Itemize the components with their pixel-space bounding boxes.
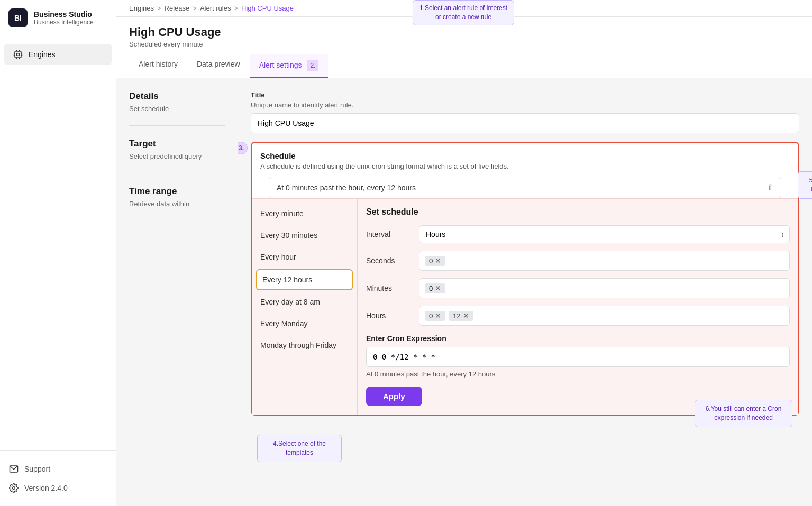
schedule-summary[interactable]: At 0 minutes past the hour, every 12 hou… [269, 177, 781, 198]
sidebar-item-engines-label: Engines [29, 50, 56, 59]
tab-alert-settings[interactable]: Alert settings 2. [250, 54, 329, 78]
tooltip-1: 1.Select an alert rule of interestor cre… [413, 0, 514, 25]
schedule-desc: A schedule is defined using the unix-cro… [260, 162, 790, 170]
breadcrumb-sep-2: > [193, 4, 197, 12]
hours-control: 0 ✕ 12 ✕ [419, 306, 790, 326]
page-title: High CPU Usage [129, 25, 799, 39]
app-logo: BI [8, 8, 28, 27]
cron-input[interactable] [366, 347, 790, 367]
template-every-minute[interactable]: Every minute [252, 203, 357, 225]
version-label: Version 2.4.0 [24, 484, 68, 492]
minutes-tag-value: 0 [429, 284, 433, 292]
tooltip-6: 6.You still can enter a Cronexpression i… [695, 400, 792, 427]
cron-section: Enter Cron Expression At 0 minutes past … [366, 334, 790, 406]
hours-tag-12-value: 12 [453, 312, 460, 320]
sidebar-item-engines[interactable]: Engines [4, 44, 112, 65]
cron-desc: At 0 minutes past the hour, every 12 hou… [366, 370, 790, 378]
settings-icon [8, 483, 19, 493]
template-every-30-minutes[interactable]: Every 30 minutes [252, 225, 357, 246]
interval-label: Interval [366, 230, 419, 238]
minutes-row: Minutes 0 ✕ [366, 278, 790, 298]
seconds-tag-value: 0 [429, 257, 433, 265]
app-name: Business Studio [34, 10, 94, 19]
breadcrumb-release[interactable]: Release [165, 4, 190, 12]
svg-point-11 [13, 487, 15, 490]
seconds-control: 0 ✕ [419, 251, 790, 271]
tabs: Alert history Data preview Alert setting… [129, 54, 799, 78]
minutes-label: Minutes [366, 284, 419, 292]
set-schedule-form: Set schedule Interval Minutes Hours [358, 199, 798, 415]
apply-button[interactable]: Apply [366, 387, 422, 406]
app-subtitle: Business Intelligence [34, 19, 94, 26]
template-monday-friday[interactable]: Monday through Friday [252, 335, 357, 356]
left-panel: Details Set schedule Target Select prede… [116, 78, 238, 506]
chevron-up-icon: ⇧ [767, 182, 773, 192]
tab-badge: 2. [307, 60, 318, 71]
cpu-icon [13, 49, 23, 60]
minutes-tag-remove[interactable]: ✕ [435, 284, 441, 292]
set-schedule-title: Set schedule [366, 207, 790, 217]
details-title: Details [129, 91, 225, 102]
sidebar-nav: Engines [0, 36, 116, 450]
page-subtitle: Scheduled every minute [129, 40, 799, 48]
minutes-control: 0 ✕ [419, 278, 790, 298]
title-desc: Unique name to identify alert rule. [251, 101, 799, 109]
hours-row: Hours 0 ✕ 12 [366, 306, 790, 326]
mail-icon [8, 464, 19, 474]
hours-tag-input[interactable]: 0 ✕ 12 ✕ [419, 306, 790, 326]
hours-tag-12: 12 ✕ [449, 311, 473, 321]
main-content: Engines > Release > Alert rules > High C… [116, 0, 812, 506]
breadcrumb: Engines > Release > Alert rules > High C… [116, 0, 812, 17]
tab-alert-history[interactable]: Alert history [129, 54, 187, 78]
tooltip-5: 5.Adjust the selectedtemplate as needed [798, 171, 812, 199]
schedule-header: Schedule A schedule is defined using the… [252, 143, 798, 170]
templates-list: Every minute Every 30 minutes Every hour… [252, 199, 358, 415]
hours-tag-0: 0 ✕ [425, 311, 445, 321]
template-every-12-hours[interactable]: Every 12 hours [256, 269, 353, 290]
hours-tag-0-value: 0 [429, 312, 433, 320]
time-range-title: Time range [129, 186, 225, 197]
svg-rect-1 [17, 53, 20, 56]
seconds-tag-remove[interactable]: ✕ [435, 257, 441, 264]
seconds-row: Seconds 0 ✕ [366, 251, 790, 271]
minutes-tag-input[interactable]: 0 ✕ [419, 278, 790, 298]
hours-tag-0-remove[interactable]: ✕ [435, 312, 441, 319]
step-3-badge: 3. [238, 142, 248, 154]
svg-rect-0 [15, 51, 21, 58]
hours-label: Hours [366, 311, 419, 320]
cron-label: Enter Cron Expression [366, 334, 790, 343]
breadcrumb-current: High CPU Usage [241, 4, 294, 12]
content-area: Details Set schedule Target Select prede… [116, 78, 812, 506]
interval-control: Minutes Hours Days Weeks ↕ [419, 225, 790, 243]
template-every-day-8am[interactable]: Every day at 8 am [252, 291, 357, 313]
tab-data-preview[interactable]: Data preview [187, 54, 250, 78]
template-every-hour[interactable]: Every hour [252, 246, 357, 268]
schedule-section: Schedule A schedule is defined using the… [251, 142, 799, 416]
sidebar-item-version[interactable]: Version 2.4.0 [8, 479, 107, 498]
details-subtitle: Set schedule [129, 105, 225, 113]
breadcrumb-alert-rules[interactable]: Alert rules [200, 4, 231, 12]
time-range-subtitle: Retrieve data within [129, 200, 225, 208]
tab-alert-settings-label: Alert settings [259, 61, 302, 69]
sidebar: BI Business Studio Business Intelligence… [0, 0, 116, 506]
breadcrumb-engines[interactable]: Engines [129, 4, 154, 12]
breadcrumb-sep-3: > [234, 4, 238, 12]
page-header: High CPU Usage Scheduled every minute Al… [116, 17, 812, 78]
title-input[interactable] [251, 113, 799, 133]
template-every-monday[interactable]: Every Monday [252, 313, 357, 335]
interval-select[interactable]: Minutes Hours Days Weeks [419, 225, 790, 243]
interval-select-wrapper: Minutes Hours Days Weeks ↕ [419, 225, 790, 243]
schedule-body: Every minute Every 30 minutes Every hour… [252, 198, 798, 415]
seconds-label: Seconds [366, 256, 419, 265]
support-label: Support [24, 465, 50, 473]
breadcrumb-sep-1: > [157, 4, 161, 12]
minutes-tag-0: 0 ✕ [425, 283, 445, 293]
hours-tag-12-remove[interactable]: ✕ [463, 312, 469, 319]
sidebar-item-support[interactable]: Support [8, 459, 107, 479]
seconds-tag-input[interactable]: 0 ✕ [419, 251, 790, 271]
sidebar-header: BI Business Studio Business Intelligence [0, 0, 116, 36]
title-label: Title [251, 91, 799, 99]
seconds-tag-0: 0 ✕ [425, 256, 445, 266]
sidebar-bottom: Support Version 2.4.0 [0, 450, 116, 506]
schedule-summary-text: At 0 minutes past the hour, every 12 hou… [277, 183, 416, 192]
